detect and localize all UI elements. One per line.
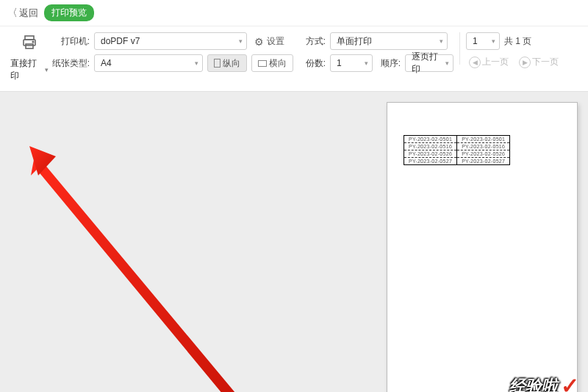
svg-point-3 (32, 41, 34, 43)
title-badge: 打印预览 (44, 4, 94, 21)
printer-label: 打印机: (51, 35, 90, 48)
back-label: 返回 (19, 7, 38, 20)
copies-input[interactable]: 1 (330, 54, 373, 72)
copies-label: 份数: (301, 57, 326, 70)
landscape-icon (258, 60, 267, 67)
portrait-icon (214, 59, 220, 68)
chevron-left-icon: 〈 (7, 7, 18, 20)
side-select[interactable]: 单面打印 (330, 32, 448, 50)
paper-select[interactable]: A4 (94, 54, 203, 72)
side-label: 方式: (301, 35, 326, 48)
printer-select[interactable]: doPDF v7 (94, 32, 247, 50)
page-total: 共 1 页 (504, 35, 531, 48)
preview-workspace: PY-2023-02-0501PY-2023-02-0501 PY-2023-0… (0, 92, 588, 392)
orientation-landscape-button[interactable]: 横向 (251, 54, 293, 72)
print-button[interactable]: 直接打印▾ (10, 32, 49, 82)
page-input[interactable]: 1 (466, 32, 500, 50)
table-row: PY-2023-02-0501PY-2023-02-0501 (404, 136, 510, 143)
next-page-button[interactable]: ▶ 下一页 (516, 54, 562, 70)
order-label: 顺序: (377, 57, 401, 70)
divider (459, 32, 460, 65)
svg-rect-2 (26, 44, 33, 48)
gear-icon: ⚙ (254, 36, 265, 46)
arrow-right-icon: ▶ (519, 57, 531, 68)
prev-page-button[interactable]: ◀ 上一页 (466, 54, 512, 70)
svg-marker-4 (31, 152, 235, 392)
printer-icon (21, 34, 38, 56)
print-label: 直接打印 (10, 57, 43, 82)
paper-label: 纸张类型: (51, 57, 90, 70)
annotation-arrow-icon (22, 143, 257, 392)
preview-table: PY-2023-02-0501PY-2023-02-0501 PY-2023-0… (404, 135, 510, 165)
caret-down-icon: ▾ (45, 66, 49, 73)
check-icon: ✓ (561, 373, 579, 392)
order-select[interactable]: 逐页打印 (405, 54, 453, 72)
orientation-portrait-button[interactable]: 纵向 (207, 54, 247, 72)
watermark: 经验啦✓ jingyanla.com (509, 373, 579, 392)
header-bar: 〈 返回 打印预览 (0, 0, 588, 26)
table-row: PY-2023-02-0516PY-2023-02-0516 (404, 143, 510, 150)
preview-page: PY-2023-02-0501PY-2023-02-0501 PY-2023-0… (387, 102, 578, 392)
table-row: PY-2023-02-0527PY-2023-02-0527 (404, 158, 510, 165)
back-button[interactable]: 〈 返回 (7, 7, 38, 20)
toolbar: 直接打印▾ 打印机: doPDF v7 ⚙ 设置 纸张类型: A4 纵向 横向 (0, 26, 588, 92)
table-row: PY-2023-02-0526PY-2023-02-0526 (404, 150, 510, 158)
svg-marker-5 (29, 146, 56, 175)
settings-button[interactable]: ⚙ 设置 (251, 33, 287, 50)
arrow-left-icon: ◀ (469, 57, 481, 68)
